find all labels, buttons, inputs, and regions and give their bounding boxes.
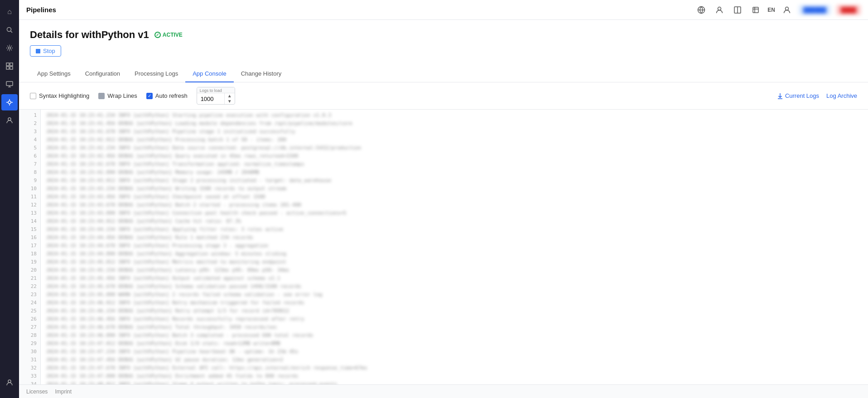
log-line: 2024-01-15 10:23:42.456 DEBUG [withPytho… (46, 152, 863, 160)
search-icon[interactable] (1, 22, 18, 38)
log-line: 2024-01-15 10:23:44.678 INFO [withPython… (46, 242, 863, 250)
logs-increment-button[interactable]: ▲ (227, 93, 233, 99)
log-line: 2024-01-15 10:23:45.890 WARN [withPython… (46, 291, 863, 299)
auto-refresh-toggle[interactable]: ✓ Auto refresh (146, 92, 188, 99)
svg-point-10 (8, 101, 11, 104)
log-line: 2024-01-15 10:23:42.234 INFO [withPython… (46, 144, 863, 152)
log-line: 2024-01-15 10:23:47.678 INFO [withPython… (46, 364, 863, 372)
log-line: 2024-01-15 10:23:46.678 DEBUG [withPytho… (46, 323, 863, 331)
topbar-actions: EN ██████ ████ (695, 4, 861, 16)
console-toolbar: Syntax Highlighting Wrap Lines ✓ Auto re… (19, 82, 868, 110)
log-lines-container: 2024-01-15 10:23:41.234 INFO [withPython… (41, 110, 868, 384)
log-line: 2024-01-15 10:23:44.012 DEBUG [withPytho… (46, 217, 863, 225)
expand-icon[interactable] (749, 4, 762, 16)
svg-point-18 (785, 7, 788, 10)
sidebar-bottom-nav (0, 374, 19, 394)
log-line: 2024-01-15 10:23:43.456 INFO [withPython… (46, 193, 863, 201)
status-label: ACTIVE (163, 32, 183, 38)
main-content: Pipelines EN ██████ ████ De (19, 0, 868, 398)
sidebar: ⌂ (0, 0, 19, 398)
svg-rect-7 (6, 82, 13, 86)
tab-configuration[interactable]: Configuration (78, 66, 127, 82)
log-line: 2024-01-15 10:23:45.234 DEBUG [withPytho… (46, 266, 863, 274)
syntax-highlighting-toggle[interactable]: Syntax Highlighting (30, 92, 89, 99)
log-line: 2024-01-15 10:23:43.890 INFO [withPython… (46, 209, 863, 217)
log-line: 2024-01-15 10:23:44.456 DEBUG [withPytho… (46, 234, 863, 242)
syntax-highlighting-checkbox[interactable] (30, 93, 36, 99)
log-line: 2024-01-15 10:23:41.678 INFO [withPython… (46, 128, 863, 136)
imprint-link[interactable]: Imprint (55, 388, 72, 395)
logs-to-load-value[interactable]: 1000 (197, 94, 224, 104)
logs-to-load-control: Logs to load 1000 ▲ ▼ (197, 87, 235, 105)
svg-point-12 (8, 380, 11, 383)
current-logs-button[interactable]: Current Logs (777, 92, 819, 99)
monitor-icon[interactable] (1, 76, 18, 92)
svg-rect-5 (6, 67, 9, 69)
stop-button[interactable]: Stop (30, 45, 61, 57)
tab-change-history[interactable]: Change History (234, 66, 289, 82)
status-icon: ✓ (154, 32, 161, 38)
log-line: 2024-01-15 10:23:42.890 DEBUG [withPytho… (46, 168, 863, 177)
log-line: 2024-01-15 10:23:47.012 DEBUG [withPytho… (46, 340, 863, 348)
log-line: 2024-01-15 10:23:45.678 DEBUG [withPytho… (46, 283, 863, 291)
log-line: 2024-01-15 10:23:46.456 INFO [withPython… (46, 315, 863, 323)
svg-line-1 (11, 31, 13, 33)
svg-point-14 (718, 7, 721, 10)
log-line: 2024-01-15 10:23:44.234 INFO [withPython… (46, 225, 863, 234)
topbar-title: Pipelines (26, 6, 56, 14)
log-area[interactable]: 1 2 3 4 5 6 7 8 9 10 11 12 13 14 15 16 1… (19, 110, 868, 384)
footer: Licenses Imprint (19, 384, 868, 398)
log-line: 2024-01-15 10:23:42.678 INFO [withPython… (46, 160, 863, 168)
log-line: 2024-01-15 10:23:47.234 INFO [withPython… (46, 348, 863, 356)
log-archive-button[interactable]: Log Archive (826, 92, 857, 99)
globe-icon[interactable] (695, 4, 708, 16)
current-logs-label: Current Logs (785, 92, 819, 99)
page-title-row: Details for withPython v1 ✓ ACTIVE (30, 29, 857, 41)
logs-decrement-button[interactable]: ▼ (227, 99, 233, 104)
log-line: 2024-01-15 10:23:41.456 DEBUG [withPytho… (46, 120, 863, 128)
wrap-lines-toggle[interactable]: Wrap Lines (98, 92, 137, 99)
auto-refresh-label: Auto refresh (155, 92, 188, 99)
columns-icon[interactable] (731, 4, 744, 16)
tab-processing-logs[interactable]: Processing Logs (127, 66, 185, 82)
status-badge: ✓ ACTIVE (154, 32, 183, 38)
account-icon[interactable] (781, 4, 793, 16)
log-line: 2024-01-15 10:23:45.012 INFO [withPython… (46, 258, 863, 266)
log-line: 2024-01-15 10:23:45.456 INFO [withPython… (46, 274, 863, 283)
dashboard-icon[interactable] (1, 58, 18, 74)
user-button-1[interactable]: ██████ (799, 5, 831, 15)
svg-point-2 (9, 47, 11, 49)
page-header: Details for withPython v1 ✓ ACTIVE Stop (19, 20, 868, 66)
pipelines-icon[interactable] (1, 94, 18, 110)
log-line: 2024-01-15 10:23:44.890 DEBUG [withPytho… (46, 250, 863, 258)
stop-icon (36, 49, 40, 53)
log-line: 2024-01-15 10:23:42.012 DEBUG [withPytho… (46, 136, 863, 144)
tab-app-console[interactable]: App Console (185, 66, 233, 82)
tab-app-settings[interactable]: App Settings (30, 66, 78, 82)
language-selector[interactable]: EN (767, 7, 775, 13)
log-line: 2024-01-15 10:23:41.234 INFO [withPython… (46, 111, 863, 120)
svg-rect-17 (753, 7, 758, 13)
page-content: Details for withPython v1 ✓ ACTIVE Stop … (19, 20, 868, 398)
user-button-2[interactable]: ████ (836, 5, 861, 15)
logs-to-load-arrows: ▲ ▼ (224, 93, 235, 104)
svg-rect-6 (10, 67, 13, 69)
log-line: 2024-01-15 10:23:43.678 DEBUG [withPytho… (46, 201, 863, 209)
users-icon[interactable] (1, 112, 18, 129)
line-numbers: 1 2 3 4 5 6 7 8 9 10 11 12 13 14 15 16 1… (19, 110, 41, 384)
user-icon[interactable] (713, 4, 726, 16)
log-line: 2024-01-15 10:23:43.234 DEBUG [withPytho… (46, 185, 863, 193)
log-line: 2024-01-15 10:23:46.012 INFO [withPython… (46, 299, 863, 307)
log-line: 2024-01-15 10:23:48.012 INFO [withPython… (46, 380, 863, 384)
logs-to-load-label: Logs to load (197, 87, 235, 93)
wrap-lines-checkbox[interactable] (98, 93, 105, 99)
user-profile-icon[interactable] (1, 374, 18, 391)
licenses-link[interactable]: Licenses (26, 388, 48, 395)
log-line: 2024-01-15 10:23:46.890 INFO [withPython… (46, 331, 863, 340)
home-icon[interactable]: ⌂ (1, 4, 18, 20)
auto-refresh-checkbox[interactable]: ✓ (146, 93, 153, 99)
settings-icon[interactable] (1, 40, 18, 56)
logs-to-load-row: 1000 ▲ ▼ (197, 93, 235, 104)
log-line: 2024-01-15 10:23:47.456 DEBUG [withPytho… (46, 356, 863, 364)
syntax-highlighting-label: Syntax Highlighting (39, 92, 89, 99)
